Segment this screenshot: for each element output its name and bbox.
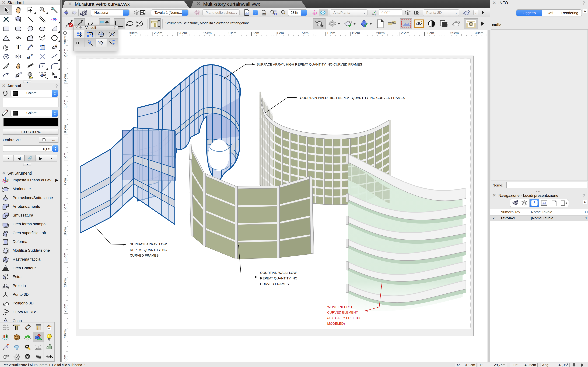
svg-text:CURVED FRAMES: CURVED FRAMES	[130, 254, 159, 257]
svg-text:CURVED ELEMENT: CURVED ELEMENT	[327, 310, 358, 314]
svg-text:SURFACE ARRAY: HIGH REPEAT QUA: SURFACE ARRAY: HIGH REPEAT QUANTITY: NO …	[257, 63, 362, 66]
svg-text:y: y	[375, 10, 376, 12]
svg-text:SURFACE ARRAY: LOW: SURFACE ARRAY: LOW	[130, 242, 167, 246]
svg-text:REPEAT QUANTITY: NO: REPEAT QUANTITY: NO	[130, 248, 167, 252]
svg-text:T: T	[16, 43, 20, 51]
svg-text:MODELED): MODELED)	[327, 322, 345, 325]
svg-text:WHAT I NEED: 1: WHAT I NEED: 1	[327, 305, 353, 309]
svg-text:x: x	[375, 14, 376, 16]
svg-text:COURTAIN WALL: HIGH REPEAT QUA: COURTAIN WALL: HIGH REPEAT QUANTITY: NO …	[300, 96, 405, 100]
svg-text:CURVED FRAMES: CURVED FRAMES	[260, 282, 289, 286]
svg-text:REPEAT QUANTITY: NO: REPEAT QUANTITY: NO	[260, 276, 297, 280]
svg-text:(ACTUALLY FREE 3D: (ACTUALLY FREE 3D	[327, 316, 360, 320]
svg-text:COURTIAN WALL: LOW: COURTIAN WALL: LOW	[260, 271, 297, 275]
